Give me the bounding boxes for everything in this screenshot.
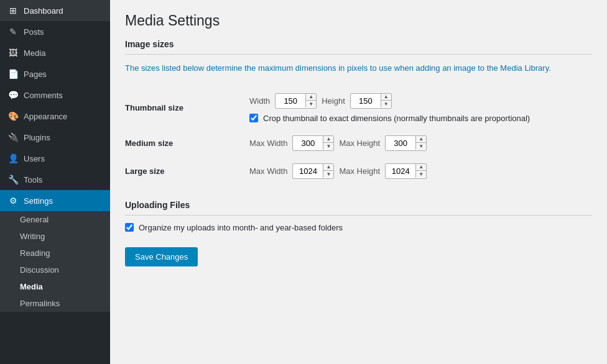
organize-uploads-row: Organize my uploads into month- and year… bbox=[125, 223, 592, 232]
medium-height-spinner: ▲ ▼ bbox=[415, 136, 426, 150]
sidebar-item-dashboard[interactable]: ⊞ Dashboard bbox=[0, 0, 110, 21]
medium-height-down[interactable]: ▼ bbox=[416, 143, 426, 150]
submenu-item-general[interactable]: General bbox=[0, 211, 110, 228]
medium-height-wrap: ▲ ▼ bbox=[385, 135, 427, 151]
appearance-icon: 🎨 bbox=[7, 111, 19, 121]
medium-height-up[interactable]: ▲ bbox=[416, 136, 426, 143]
settings-submenu: General Writing Reading Discussion Media… bbox=[0, 211, 110, 312]
thumbnail-height-label: Height bbox=[322, 96, 345, 106]
comments-icon: 💬 bbox=[7, 90, 19, 100]
thumbnail-width-wrap: ▲ ▼ bbox=[275, 93, 317, 109]
large-height-wrap: ▲ ▼ bbox=[385, 163, 427, 179]
thumbnail-height-spinner: ▲ ▼ bbox=[381, 94, 391, 107]
pages-icon: 📄 bbox=[7, 69, 19, 79]
large-height-down[interactable]: ▼ bbox=[416, 171, 426, 178]
thumbnail-width-up[interactable]: ▲ bbox=[306, 94, 316, 101]
medium-label: Medium size bbox=[125, 129, 249, 157]
submenu-item-reading[interactable]: Reading bbox=[0, 245, 110, 262]
thumbnail-width-spinner: ▲ ▼ bbox=[305, 94, 316, 107]
sidebar-item-appearance[interactable]: 🎨 Appearance bbox=[0, 106, 110, 127]
thumbnail-width-down[interactable]: ▼ bbox=[306, 101, 316, 107]
thumbnail-width-input[interactable] bbox=[276, 94, 305, 108]
save-changes-button[interactable]: Save Changes bbox=[125, 247, 198, 266]
large-width-wrap: ▲ ▼ bbox=[292, 163, 334, 179]
medium-max-height-label: Max Height bbox=[339, 139, 380, 148]
large-row: Large size Max Width ▲ ▼ Max Height bbox=[125, 157, 592, 185]
sidebar-item-users[interactable]: 👤 Users bbox=[0, 148, 110, 169]
posts-icon: ✎ bbox=[7, 27, 19, 37]
medium-width-up[interactable]: ▲ bbox=[323, 136, 333, 143]
medium-width-input[interactable] bbox=[293, 136, 323, 150]
page-title: Media Settings bbox=[125, 12, 592, 29]
settings-icon: ⚙ bbox=[7, 196, 19, 206]
media-icon: 🖼 bbox=[7, 48, 19, 58]
large-max-width-label: Max Width bbox=[249, 166, 287, 176]
medium-row: Medium size Max Width ▲ ▼ Max Height bbox=[125, 129, 592, 157]
organize-uploads-label[interactable]: Organize my uploads into month- and year… bbox=[139, 223, 343, 232]
medium-width-spinner: ▲ ▼ bbox=[323, 136, 333, 150]
sidebar-item-plugins[interactable]: 🔌 Plugins bbox=[0, 127, 110, 148]
submenu-item-media[interactable]: Media bbox=[0, 278, 110, 295]
thumbnail-field-group: Width ▲ ▼ Height ▲ ▼ bbox=[249, 93, 592, 109]
large-width-down[interactable]: ▼ bbox=[323, 171, 333, 178]
sidebar-item-media[interactable]: 🖼 Media bbox=[0, 42, 110, 63]
large-max-height-label: Max Height bbox=[339, 166, 380, 176]
tools-icon: 🔧 bbox=[7, 175, 19, 184]
large-width-up[interactable]: ▲ bbox=[323, 164, 333, 171]
submenu-item-permalinks[interactable]: Permalinks bbox=[0, 295, 110, 312]
thumbnail-fields: Width ▲ ▼ Height ▲ ▼ bbox=[249, 87, 592, 129]
large-height-input[interactable] bbox=[386, 164, 415, 178]
large-fields: Max Width ▲ ▼ Max Height ▲ ▼ bbox=[249, 157, 592, 185]
main-content: Media Settings Image sizes The sizes lis… bbox=[110, 0, 607, 364]
thumbnail-height-wrap: ▲ ▼ bbox=[350, 93, 392, 109]
sidebar-item-tools[interactable]: 🔧 Tools bbox=[0, 169, 110, 190]
large-height-up[interactable]: ▲ bbox=[416, 164, 426, 171]
image-sizes-info: The sizes listed below determine the max… bbox=[125, 62, 592, 75]
sidebar-item-settings[interactable]: ⚙ Settings bbox=[0, 190, 110, 211]
submenu-item-discussion[interactable]: Discussion bbox=[0, 262, 110, 278]
thumbnail-crop-checkbox[interactable] bbox=[249, 114, 258, 122]
large-width-input[interactable] bbox=[293, 164, 323, 178]
large-width-spinner: ▲ ▼ bbox=[323, 164, 333, 178]
sidebar-item-posts[interactable]: ✎ Posts bbox=[0, 21, 110, 42]
uploading-files-section: Uploading Files Organize my uploads into… bbox=[125, 200, 592, 232]
thumbnail-row: Thumbnail size Width ▲ ▼ Height bbox=[125, 87, 592, 129]
medium-width-wrap: ▲ ▼ bbox=[292, 135, 334, 151]
thumbnail-crop-row: Crop thumbnail to exact dimensions (norm… bbox=[249, 114, 592, 123]
medium-max-width-label: Max Width bbox=[249, 139, 287, 148]
organize-uploads-checkbox[interactable] bbox=[125, 223, 134, 232]
medium-width-down[interactable]: ▼ bbox=[323, 143, 333, 150]
sidebar: ⊞ Dashboard ✎ Posts 🖼 Media 📄 Pages 💬 Co… bbox=[0, 0, 110, 364]
users-icon: 👤 bbox=[7, 153, 19, 163]
upload-section: Organize my uploads into month- and year… bbox=[125, 223, 592, 232]
medium-field-group: Max Width ▲ ▼ Max Height ▲ ▼ bbox=[249, 135, 592, 151]
image-sizes-section-title: Image sizes bbox=[125, 39, 592, 55]
large-label: Large size bbox=[125, 157, 249, 185]
thumbnail-height-up[interactable]: ▲ bbox=[381, 94, 391, 101]
thumbnail-height-input[interactable] bbox=[351, 94, 381, 108]
thumbnail-label: Thumbnail size bbox=[125, 87, 249, 129]
medium-fields: Max Width ▲ ▼ Max Height ▲ ▼ bbox=[249, 129, 592, 157]
thumbnail-crop-label[interactable]: Crop thumbnail to exact dimensions (norm… bbox=[263, 114, 530, 123]
plugins-icon: 🔌 bbox=[7, 132, 19, 142]
dashboard-icon: ⊞ bbox=[7, 6, 19, 16]
uploading-files-title: Uploading Files bbox=[125, 200, 592, 216]
medium-height-input[interactable] bbox=[386, 136, 415, 150]
thumbnail-height-down[interactable]: ▼ bbox=[381, 101, 391, 107]
sidebar-item-comments[interactable]: 💬 Comments bbox=[0, 84, 110, 106]
submenu-item-writing[interactable]: Writing bbox=[0, 228, 110, 245]
thumbnail-width-label: Width bbox=[249, 96, 270, 106]
large-field-group: Max Width ▲ ▼ Max Height ▲ ▼ bbox=[249, 163, 592, 179]
image-sizes-table: Thumbnail size Width ▲ ▼ Height bbox=[125, 87, 592, 185]
sidebar-item-pages[interactable]: 📄 Pages bbox=[0, 63, 110, 84]
large-height-spinner: ▲ ▼ bbox=[415, 164, 426, 178]
